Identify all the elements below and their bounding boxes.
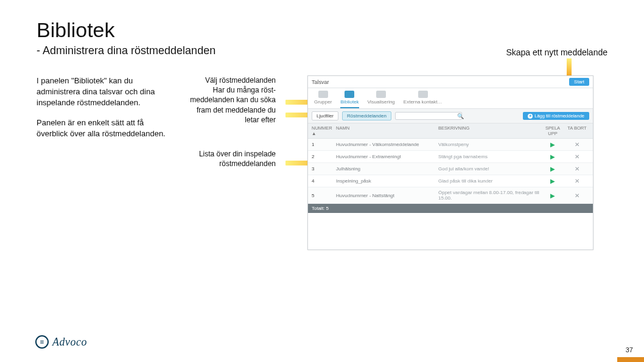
table-row[interactable]: 5Huvudnummer - NattstängtÖppet vardagar … — [308, 187, 593, 204]
plus-icon: + — [528, 114, 533, 119]
tab-icon — [418, 91, 428, 98]
col-name[interactable]: NAMN — [336, 125, 438, 136]
total-count: Totalt: 5 — [308, 204, 593, 213]
col-delete: TA BORT — [565, 125, 589, 136]
callout-list-body: Lista över din inspelade röstmeddelanden — [181, 149, 276, 169]
cell-number: 2 — [312, 154, 336, 159]
cell-number: 4 — [312, 178, 336, 184]
tab-visualisering[interactable]: Visualisering — [368, 91, 395, 108]
panel-title: Talsvar — [312, 79, 329, 85]
cell-desc: Stängt pga barnabems — [438, 154, 541, 159]
cell-desc: Välkomstpeny — [438, 142, 541, 147]
delete-icon[interactable]: ✕ — [565, 178, 589, 184]
play-icon[interactable]: ▶ — [541, 153, 565, 160]
library-panel: Talsvar Start GrupperBibliotekVisualiser… — [307, 75, 593, 250]
table-row[interactable]: 1Huvudnummer - VälkomstmeddelandeVälkoms… — [308, 139, 593, 151]
delete-icon[interactable]: ✕ — [565, 165, 589, 172]
cell-desc: Öppet vardagar mellan 8.00-17.00, fredag… — [438, 190, 541, 201]
intro-paragraph-1: I panelen "Bibliotek" kan du administrer… — [37, 75, 170, 109]
page-title: Bibliotek — [37, 18, 607, 42]
chip-voicemessages[interactable]: Röstmeddelanden — [342, 111, 391, 120]
play-icon[interactable]: ▶ — [541, 192, 565, 199]
tab-externa kontakt…[interactable]: Externa kontakt… — [404, 91, 443, 108]
search-input-wrap — [395, 112, 462, 120]
play-icon[interactable]: ▶ — [541, 178, 565, 184]
cell-number: 5 — [312, 193, 336, 198]
tab-grupper[interactable]: Grupper — [314, 91, 332, 108]
start-button[interactable]: Start — [569, 78, 589, 86]
cell-name: Julhälsning — [336, 166, 438, 172]
tab-label: Visualisering — [368, 99, 395, 105]
create-message-label: Skapa ett nytt meddelande — [506, 47, 607, 57]
cell-name: Huvudnummer - Välkomstmeddelande — [336, 142, 438, 147]
page-number: 37 — [626, 346, 633, 353]
add-message-button[interactable]: + Lägg till röstmeddelande — [523, 112, 589, 120]
chip-audiofiles[interactable]: Ljudfiler — [312, 111, 338, 120]
col-number[interactable]: NUMMER ▲ — [312, 125, 336, 136]
search-icon[interactable]: 🔍 — [457, 113, 464, 119]
tab-label: Externa kontakt… — [404, 99, 443, 105]
callout-select-body: Har du många röst-meddelanden kan du sök… — [181, 85, 276, 125]
cell-number: 1 — [312, 142, 336, 147]
callout-select-title: Välj röstmeddelanden — [181, 75, 276, 85]
table-row[interactable]: 3JulhälsningGod jul alla/kom vande!▶✕ — [308, 163, 593, 175]
table-row[interactable]: 4Inspelning_påskGlad påsk till dika kund… — [308, 175, 593, 187]
tab-bibliotek[interactable]: Bibliotek — [340, 91, 359, 108]
cell-desc: God jul alla/kom vande! — [438, 166, 541, 172]
col-desc[interactable]: BESKRIVNING — [438, 125, 541, 136]
logo-text: Advoco — [52, 336, 87, 349]
logo-mark-icon: = — [35, 335, 49, 349]
play-icon[interactable]: ▶ — [541, 165, 565, 172]
logo: = Advoco — [35, 335, 87, 349]
col-play: SPELA UPP — [541, 125, 565, 136]
add-message-label: Lägg till röstmeddelande — [534, 113, 584, 119]
cell-name: Huvudnummer - Extrameningt — [336, 154, 438, 159]
tab-label: Grupper — [314, 99, 332, 105]
cell-desc: Glad påsk till dika kunder — [438, 178, 541, 184]
tab-icon — [376, 91, 386, 98]
arrow-down-icon — [567, 58, 572, 77]
cell-number: 3 — [312, 166, 336, 172]
delete-icon[interactable]: ✕ — [565, 153, 589, 160]
search-input[interactable] — [395, 112, 462, 120]
tab-icon — [318, 91, 328, 98]
tab-label: Bibliotek — [340, 99, 359, 105]
intro-paragraph-2: Panelen är en enkelt sätt att få överbli… — [37, 117, 170, 139]
corner-accent — [617, 357, 644, 362]
tab-icon — [345, 91, 354, 98]
cell-name: Inspelning_påsk — [336, 178, 438, 184]
cell-name: Huvudnummer - Nattstängt — [336, 193, 438, 198]
table-row[interactable]: 2Huvudnummer - ExtrameningtStängt pga ba… — [308, 151, 593, 163]
play-icon[interactable]: ▶ — [541, 141, 565, 148]
delete-icon[interactable]: ✕ — [565, 192, 589, 199]
delete-icon[interactable]: ✕ — [565, 141, 589, 148]
